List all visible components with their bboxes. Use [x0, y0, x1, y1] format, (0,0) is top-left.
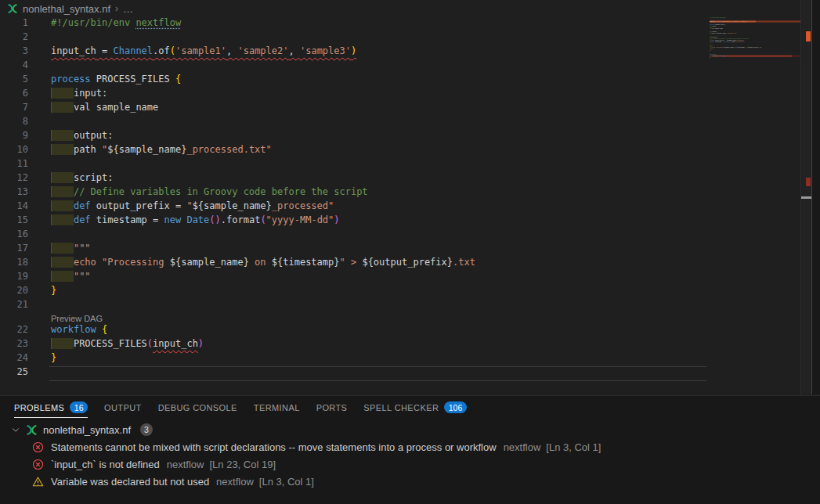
line-number[interactable]: 22 — [0, 324, 28, 338]
code-token: process — [51, 74, 96, 85]
code-line-content: workflow { — [28, 324, 706, 338]
editor-right-edge — [812, 0, 820, 394]
code-token: ) — [334, 214, 339, 225]
line-number[interactable]: 21 — [0, 299, 28, 313]
line-number[interactable]: 4 — [0, 59, 28, 74]
code-token: nextflow — [135, 17, 181, 28]
line-number[interactable]: 5 — [0, 74, 28, 88]
code-line[interactable]: 5process PROCESS_FILES { — [0, 74, 706, 88]
line-number[interactable]: 25 — [0, 366, 28, 380]
code-line[interactable]: 12 script: — [0, 172, 706, 186]
code-line[interactable]: 24} — [0, 352, 706, 366]
code-line[interactable]: 16 — [0, 229, 706, 243]
breadcrumb[interactable]: nonlethal_syntax.nf › … — [0, 0, 820, 17]
code-line-content — [28, 31, 706, 45]
tab-count-badge: 16 — [70, 401, 88, 413]
code-line[interactable]: 4 — [0, 59, 706, 74]
code-token: #!/usr/bin/env — [51, 17, 135, 28]
line-number[interactable]: 23 — [0, 338, 28, 352]
line-number[interactable]: 10 — [0, 144, 28, 158]
line-number[interactable]: 11 — [0, 158, 28, 172]
code-line[interactable]: 2 — [0, 31, 706, 45]
line-number[interactable]: 12 — [0, 172, 28, 186]
code-line[interactable]: 17 """ — [0, 243, 706, 257]
code-line[interactable]: 21 — [0, 299, 706, 313]
code-line[interactable]: 1#!/usr/bin/env nextflow — [0, 17, 706, 31]
code-line[interactable]: 20} — [0, 285, 706, 299]
line-number[interactable]: 6 — [0, 88, 28, 102]
code-line[interactable]: 11 — [0, 158, 706, 172]
code-token: 'sample1' — [175, 45, 226, 56]
line-number[interactable]: 17 — [0, 243, 28, 257]
code-line[interactable]: 14 def output_prefix = "${sample_name}_p… — [0, 200, 706, 214]
code-line[interactable]: 23 PROCESS_FILES(input_ch) — [0, 338, 706, 352]
warning-icon — [31, 475, 44, 488]
code-line-content: script: — [28, 172, 706, 186]
code-line[interactable]: 15 def timestamp = new Date().format("yy… — [0, 214, 706, 229]
indent-highlight — [51, 102, 74, 113]
code-line[interactable]: 22workflow { — [0, 324, 706, 338]
code-line — [710, 59, 800, 60]
panel-tab-debug-console[interactable]: DEBUG CONSOLE — [158, 396, 237, 419]
line-number[interactable]: 15 — [0, 214, 28, 229]
code-token: ${output_prefix} — [362, 257, 453, 268]
chevron-down-icon[interactable] — [9, 423, 22, 436]
code-line-content: process PROCESS_FILES { — [28, 74, 706, 88]
panel-tab-spell-checker[interactable]: SPELL CHECKER106 — [363, 396, 466, 419]
code-line[interactable]: 6 input: — [0, 88, 706, 102]
code-line[interactable]: 25 — [0, 366, 706, 380]
line-number[interactable]: 13 — [0, 186, 28, 200]
code-token: ${sample_name} — [107, 144, 186, 155]
problem-row[interactable]: Statements cannot be mixed with script d… — [0, 438, 820, 455]
code-line[interactable]: 13 // Define variables in Groovy code be… — [0, 186, 706, 200]
line-number[interactable]: 24 — [0, 352, 28, 366]
code-line[interactable]: 7 val sample_name — [0, 102, 706, 116]
code-token: _processed" — [272, 200, 334, 211]
codelens-preview-dag[interactable]: Preview DAG — [51, 314, 103, 323]
minimap[interactable]: #!/usr/bin/env nextflowinput_ch = Channe… — [710, 17, 800, 80]
panel-tab-problems[interactable]: PROBLEMS16 — [14, 396, 88, 419]
code-line-content: def output_prefix = "${sample_name}_proc… — [28, 200, 706, 214]
nextflow-logo-icon — [7, 3, 18, 14]
line-number[interactable]: 7 — [0, 102, 28, 116]
code-line-content: def timestamp = new Date().format("yyyy-… — [28, 214, 706, 229]
indent-highlight — [51, 271, 74, 282]
breadcrumb-ellipsis[interactable]: … — [123, 3, 133, 15]
code-line[interactable]: 19 """ — [0, 271, 706, 285]
panel-tab-label: OUTPUT — [104, 403, 142, 412]
problem-row[interactable]: `input_ch` is not definednextflow[Ln 23,… — [0, 455, 820, 473]
code-line[interactable]: 18 echo "Processing ${sample_name} on ${… — [0, 257, 706, 271]
line-number[interactable]: 8 — [0, 116, 28, 130]
code-line[interactable]: 9 output: — [0, 130, 706, 144]
breadcrumb-separator: › — [115, 3, 118, 14]
panel-tab-output[interactable]: OUTPUT — [104, 396, 142, 419]
line-number[interactable]: 16 — [0, 229, 28, 243]
ruler-error-mark-bottom — [806, 178, 811, 186]
code-token: .txt — [453, 257, 475, 268]
line-number[interactable]: 18 — [0, 257, 28, 271]
overview-ruler[interactable] — [800, 0, 812, 394]
code-token: output: — [74, 130, 114, 141]
breadcrumb-filename[interactable]: nonlethal_syntax.nf — [23, 3, 110, 15]
line-number[interactable]: 19 — [0, 271, 28, 285]
code-line[interactable]: 3input_ch = Channel.of('sample1', 'sampl… — [0, 45, 706, 59]
code-line[interactable]: 8 — [0, 116, 706, 130]
problem-row[interactable]: Variable was declared but not usednextfl… — [0, 473, 820, 490]
code-line[interactable]: 10 path "${sample_name}_processed.txt" — [0, 144, 706, 158]
line-number[interactable]: 20 — [0, 285, 28, 299]
line-number[interactable]: 1 — [0, 17, 28, 31]
code-area[interactable]: 1#!/usr/bin/env nextflow23input_ch = Cha… — [0, 17, 706, 380]
line-number[interactable]: 2 — [0, 31, 28, 45]
code-line-content: } — [28, 285, 706, 299]
code-token: , — [289, 45, 300, 56]
tab-count-badge: 106 — [444, 401, 467, 413]
problems-file-group[interactable]: nonlethal_syntax.nf 3 — [0, 421, 820, 438]
line-number[interactable]: 9 — [0, 130, 28, 144]
line-number[interactable]: 3 — [0, 45, 28, 59]
code-token: " — [186, 200, 192, 211]
line-number[interactable]: 14 — [0, 200, 28, 214]
problem-source: nextflow — [216, 476, 254, 488]
panel-tab-terminal[interactable]: TERMINAL — [254, 396, 300, 419]
code-token: = — [96, 45, 114, 56]
panel-tab-ports[interactable]: PORTS — [316, 396, 348, 419]
